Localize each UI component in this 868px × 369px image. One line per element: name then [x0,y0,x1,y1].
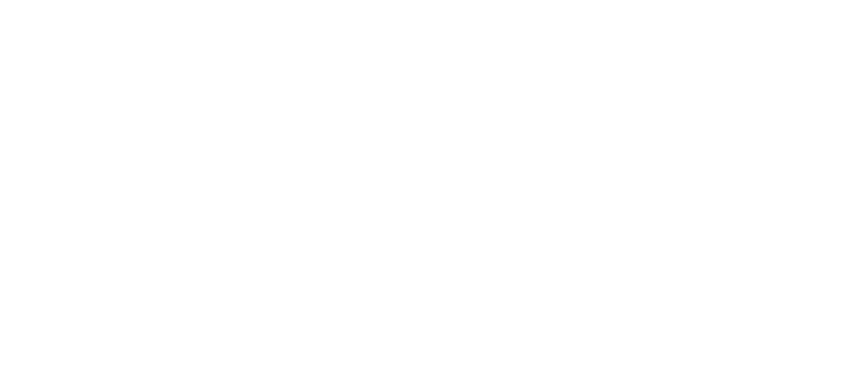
tree-diagram [0,0,868,369]
